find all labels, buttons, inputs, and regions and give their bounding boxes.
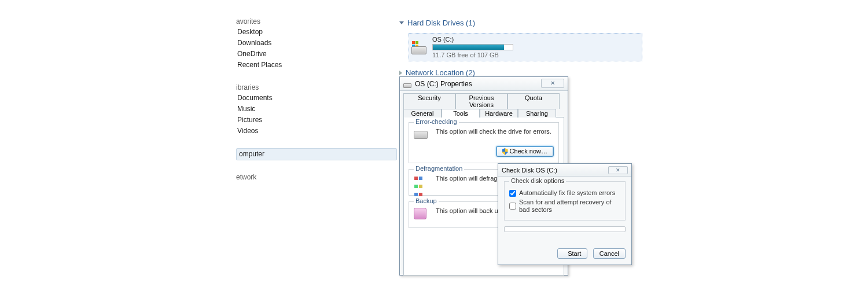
start-button[interactable]: Start (557, 248, 587, 259)
chevron-right-icon (399, 71, 402, 75)
close-button[interactable]: ✕ (608, 166, 628, 174)
drive-usage-bar (432, 44, 513, 50)
tab-tools[interactable]: Tools (442, 109, 480, 118)
nav-favorites-header[interactable]: avorites (236, 16, 397, 27)
nav-item-desktop[interactable]: Desktop (236, 27, 397, 38)
tab-general[interactable]: General (403, 109, 442, 118)
drive-os-c[interactable]: OS (C:) 11.7 GB free of 107 GB (409, 33, 642, 61)
close-button[interactable]: ✕ (541, 79, 564, 88)
backup-icon (414, 207, 431, 222)
tab-quota[interactable]: Quota (507, 93, 560, 109)
drive-icon (411, 41, 428, 54)
explorer-pane: Hard Disk Drives (1) OS (C:) 11.7 GB fre… (399, 16, 642, 80)
uac-shield-icon (502, 148, 508, 155)
nav-item-computer[interactable]: omputer (236, 148, 397, 160)
nav-network: etwork (236, 172, 397, 182)
tab-sharing[interactable]: Sharing (518, 109, 556, 118)
nav-network-header[interactable]: etwork (236, 172, 397, 182)
drive-free-text: 11.7 GB free of 107 GB (432, 52, 513, 58)
defragmentation-icon (414, 174, 431, 189)
nav-computer: omputer (236, 148, 397, 160)
check-disk-titlebar[interactable]: Check Disk OS (C:) ✕ (498, 164, 631, 177)
checkbox-auto-fix-input[interactable] (509, 190, 516, 197)
drive-icon (403, 80, 411, 88)
dialog-check-disk: Check Disk OS (C:) ✕ Check disk options … (498, 163, 632, 265)
progress-bar (504, 226, 626, 232)
nav-item-videos[interactable]: Videos (236, 126, 397, 137)
fieldset-error-checking: Error-checking This option will check th… (409, 122, 559, 163)
nav-item-onedrive[interactable]: OneDrive (236, 49, 397, 60)
legend-check-disk-options: Check disk options (509, 177, 566, 184)
legend-backup: Backup (414, 197, 439, 204)
drive-meta: OS (C:) 11.7 GB free of 107 GB (432, 36, 513, 58)
nav-libraries-header[interactable]: ibraries (236, 82, 397, 93)
legend-defragmentation: Defragmentation (414, 165, 464, 172)
nav-libraries: ibraries Documents Music Pictures Videos (236, 82, 397, 137)
nav-pane: avorites Desktop Downloads OneDrive Rece… (236, 16, 397, 194)
error-checking-icon (414, 127, 431, 142)
fieldset-check-disk-options: Check disk options Automatically fix fil… (504, 181, 626, 221)
check-disk-title: Check Disk OS (C:) (502, 167, 557, 174)
nav-item-downloads[interactable]: Downloads (236, 38, 397, 49)
error-checking-text: This option will check the drive for err… (436, 127, 554, 135)
legend-error-checking: Error-checking (414, 118, 459, 125)
properties-title: OS (C:) Properties (415, 80, 472, 88)
section-hard-disk-drives[interactable]: Hard Disk Drives (1) (399, 16, 642, 31)
nav-item-documents[interactable]: Documents (236, 93, 397, 104)
nav-favorites: avorites Desktop Downloads OneDrive Rece… (236, 16, 397, 71)
nav-item-pictures[interactable]: Pictures (236, 115, 397, 126)
checkbox-scan-bad-sectors[interactable]: Scan for and attempt recovery of bad sec… (509, 199, 620, 214)
tab-security[interactable]: Security (403, 93, 455, 109)
cancel-button[interactable]: Cancel (593, 248, 626, 259)
nav-item-recent-places[interactable]: Recent Places (236, 60, 397, 71)
tab-previous-versions[interactable]: Previous Versions (455, 93, 507, 109)
checkbox-auto-fix[interactable]: Automatically fix file system errors (509, 189, 620, 197)
tab-hardware[interactable]: Hardware (480, 109, 518, 118)
nav-item-music[interactable]: Music (236, 104, 397, 115)
check-now-button[interactable]: Check now… (496, 146, 554, 157)
section-label: Network Location (2) (406, 68, 475, 77)
section-label: Hard Disk Drives (1) (407, 19, 475, 27)
checkbox-scan-bad-sectors-input[interactable] (509, 203, 516, 210)
chevron-down-icon (399, 21, 404, 24)
properties-titlebar[interactable]: OS (C:) Properties ✕ (400, 77, 568, 91)
drive-name: OS (C:) (432, 36, 513, 43)
